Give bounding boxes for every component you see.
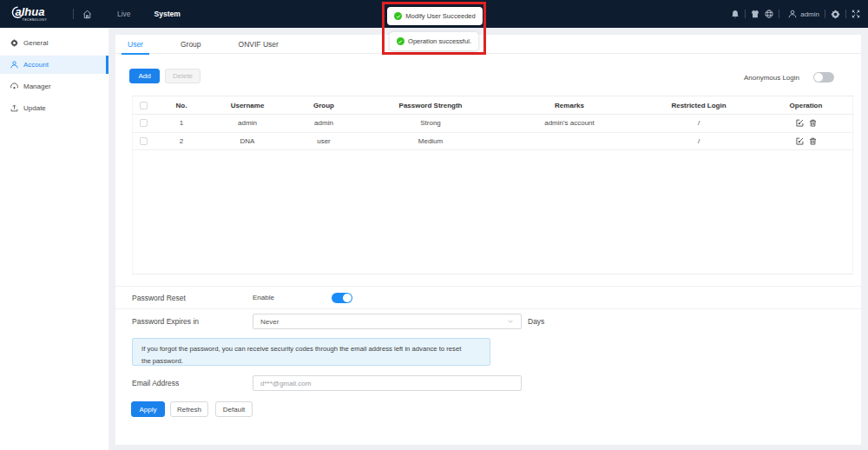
row-checkbox[interactable] [140, 137, 148, 145]
success-check-icon [394, 12, 402, 20]
select-all-checkbox[interactable] [140, 102, 148, 109]
col-no: No. [154, 96, 209, 115]
tab-group[interactable]: Group [174, 35, 207, 54]
svg-text:alhua: alhua [16, 5, 45, 18]
anonymous-login-setting: Anonymous Login [744, 72, 834, 83]
cell-remarks [499, 132, 640, 150]
password-reset-toggle[interactable] [332, 293, 352, 303]
topbar-divider [845, 10, 846, 18]
email-input[interactable]: d***@gmail.com [253, 375, 522, 391]
email-row: Email Address d***@gmail.com [115, 368, 861, 398]
toast-operation-success: Operation successful. [390, 32, 478, 50]
row-select-cell [133, 115, 154, 133]
anonymous-login-toggle[interactable] [813, 72, 834, 83]
email-label: Email Address [115, 379, 253, 387]
sidebar-item-account[interactable]: Account [0, 56, 108, 74]
username-label: admin [800, 10, 819, 18]
select-all-cell [133, 96, 154, 115]
cell-operation [758, 115, 854, 133]
password-info-box: If you forgot the password, you can rece… [132, 338, 490, 366]
password-expires-row: Password Expires in Never Days [115, 309, 861, 334]
delete-icon[interactable] [809, 119, 817, 127]
cell-no: 1 [154, 115, 209, 133]
cell-password-strength: Medium [362, 132, 499, 150]
upload-icon [10, 104, 18, 112]
cell-group: admin [286, 115, 362, 133]
tab-bar: User Group ONVIF User [115, 35, 861, 54]
row-select-cell [133, 132, 154, 150]
sidebar-item-label: General [23, 39, 48, 47]
cell-password-strength: Strong [362, 115, 499, 133]
cell-restricted-login: / [640, 132, 758, 150]
col-restricted-login: Restricted Login [640, 96, 758, 115]
cell-remarks: admin's account [499, 115, 640, 133]
toast-modify-user: Modify User Succeeded [387, 7, 483, 25]
settings-gear-icon[interactable] [831, 10, 840, 19]
password-expires-select[interactable]: Never [253, 314, 522, 329]
cell-restricted-login: / [640, 115, 758, 133]
sidebar-item-label: Manager [23, 83, 51, 90]
success-check-icon [397, 37, 404, 45]
user-table: No. Username Group Password Strength Rem… [132, 96, 853, 150]
sidebar-item-manager[interactable]: Manager [0, 77, 108, 96]
sidebar-item-label: Update [23, 104, 46, 112]
dahua-logo: alhua TECHNOLOGY [11, 5, 58, 22]
table-row: 2 DNA user Medium / [133, 132, 854, 150]
cell-username: DNA [209, 132, 286, 150]
topbar-divider [745, 10, 746, 18]
anonymous-login-label: Anonymous Login [744, 74, 799, 82]
enable-label: Enable [253, 294, 332, 301]
apply-button[interactable]: Apply [131, 401, 165, 417]
tab-user[interactable]: User [122, 35, 149, 54]
add-button[interactable]: Add [129, 69, 160, 83]
user-icon [10, 61, 18, 69]
nav-system[interactable]: System [155, 10, 181, 18]
home-icon [82, 10, 92, 19]
col-password-strength: Password Strength [362, 96, 499, 115]
alarm-bell-icon[interactable] [731, 10, 740, 19]
table-empty-area [132, 149, 853, 275]
nav-live[interactable]: Live [117, 10, 131, 18]
user-menu[interactable]: admin [785, 10, 819, 18]
sidebar-item-update[interactable]: Update [0, 99, 108, 117]
edit-icon[interactable] [796, 119, 804, 127]
tab-onvif-user[interactable]: ONVIF User [233, 35, 285, 54]
fullscreen-icon[interactable] [852, 10, 860, 18]
security-vest-icon[interactable] [751, 10, 760, 18]
email-value: d***@gmail.com [260, 380, 311, 387]
col-operation: Operation [758, 96, 854, 115]
select-value: Never [260, 318, 507, 326]
main-area: User Group ONVIF User Add Delete Anonymo… [108, 28, 868, 450]
row-checkbox[interactable] [140, 119, 148, 127]
cell-group: user [286, 132, 362, 150]
password-expires-label: Password Expires in [115, 317, 253, 326]
sidebar-item-general[interactable]: General [0, 34, 108, 52]
col-group: Group [286, 96, 362, 115]
gauge-icon [10, 83, 18, 90]
edit-icon[interactable] [796, 137, 804, 145]
table-row: 1 admin admin Strong admin's account / [133, 115, 854, 133]
info-text: If you forgot the password, you can rece… [141, 345, 461, 365]
default-button[interactable]: Default [215, 401, 253, 417]
globe-icon[interactable] [765, 10, 773, 18]
col-remarks: Remarks [499, 96, 640, 115]
toast-message: Operation successful. [408, 37, 471, 45]
col-username: Username [209, 96, 286, 115]
topbar-divider [779, 10, 779, 18]
delete-button[interactable]: Delete [165, 69, 201, 83]
password-reset-label: Password Reset [115, 294, 253, 302]
table-header-row: No. Username Group Password Strength Rem… [133, 96, 854, 115]
refresh-button[interactable]: Refresh [170, 401, 208, 417]
account-panel: User Group ONVIF User Add Delete Anonymo… [115, 35, 861, 445]
delete-icon[interactable] [809, 137, 817, 145]
topbar-actions: admin [731, 10, 860, 19]
toast-message: Modify User Succeeded [405, 12, 476, 20]
topbar-divider [825, 10, 825, 18]
home-button[interactable] [82, 10, 92, 19]
cell-username: admin [209, 115, 286, 133]
sidebar-item-label: Account [23, 61, 49, 69]
toggle-knob [343, 294, 352, 302]
topbar-divider [73, 9, 74, 19]
chevron-down-icon [507, 318, 514, 325]
logo-subtext: TECHNOLOGY [23, 19, 47, 22]
